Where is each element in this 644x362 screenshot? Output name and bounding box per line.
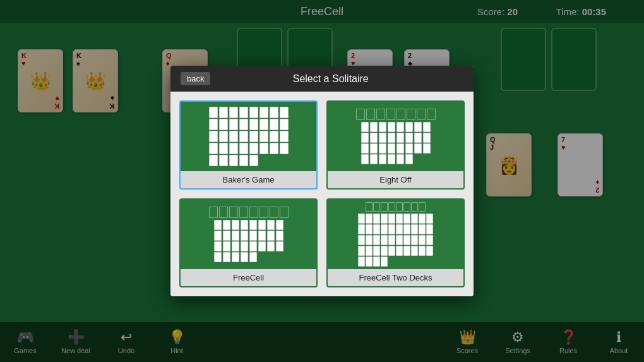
two-decks-top-row: [366, 202, 426, 212]
game-option-freecell-two-decks[interactable]: FreeCell Two Decks: [326, 198, 465, 287]
freecell-label: FreeCell: [181, 269, 316, 286]
freecell-top-row: [209, 207, 289, 218]
game-option-freecell[interactable]: FreeCell: [179, 198, 318, 287]
modal-body: Baker's Game: [170, 92, 474, 296]
select-solitaire-modal: back Select a Solitaire: [170, 66, 474, 296]
freecell-preview: [209, 207, 289, 262]
game-preview-freecell-two-decks: [328, 200, 463, 269]
modal-header: back Select a Solitaire: [170, 66, 474, 92]
modal-back-button[interactable]: back: [181, 72, 210, 85]
eight-off-bottom-row: [361, 122, 431, 164]
game-preview-eight-off: [328, 102, 463, 171]
freecell-two-decks-label: FreeCell Two Decks: [328, 269, 463, 286]
eight-off-label: Eight Off: [328, 171, 463, 188]
freecell-cols: [214, 220, 283, 262]
game-preview-freecell: [181, 200, 316, 269]
modal-title: Select a Solitaire: [223, 73, 438, 85]
bakers-game-label: Baker's Game: [181, 171, 316, 188]
modal-overlay[interactable]: back Select a Solitaire: [0, 0, 644, 362]
bakers-game-cards: [209, 107, 289, 166]
eight-off-top-row: [356, 109, 436, 120]
two-decks-preview: [358, 202, 433, 267]
eight-off-preview: [356, 109, 436, 164]
game-preview-bakers-game: [181, 102, 316, 171]
game-option-bakers-game[interactable]: Baker's Game: [179, 100, 318, 190]
two-decks-cols: [358, 214, 433, 267]
game-option-eight-off[interactable]: Eight Off: [326, 100, 465, 190]
